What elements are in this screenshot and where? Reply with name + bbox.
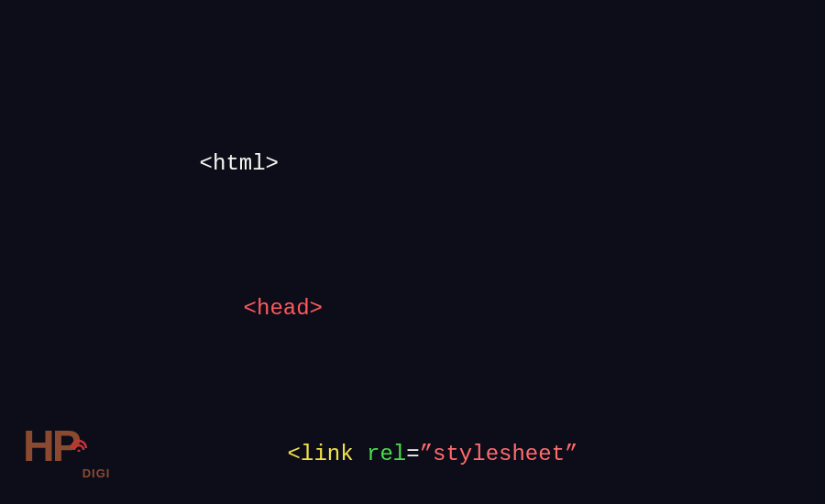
logo-sub-text: DIGI xyxy=(82,461,111,488)
code-line-3: <link rel=”stylesheet” xyxy=(147,382,825,504)
brand-logo: HP DIGI xyxy=(23,398,110,495)
wifi-icon xyxy=(68,389,86,407)
code-line-2: <head> xyxy=(147,236,825,381)
logo-main-text: HP xyxy=(23,398,79,495)
code-line-1: <html> xyxy=(147,92,825,236)
rel-attribute: rel xyxy=(354,442,407,466)
html-open-tag: <html> xyxy=(200,151,279,176)
rel-value: ”stylesheet” xyxy=(420,442,578,466)
link-tag: <link xyxy=(288,442,354,466)
svg-point-0 xyxy=(77,450,80,453)
equals-1: = xyxy=(406,442,419,466)
code-block: <html> <head> <link rel=”stylesheet” hre… xyxy=(0,0,825,504)
head-open-tag: <head> xyxy=(244,296,323,321)
